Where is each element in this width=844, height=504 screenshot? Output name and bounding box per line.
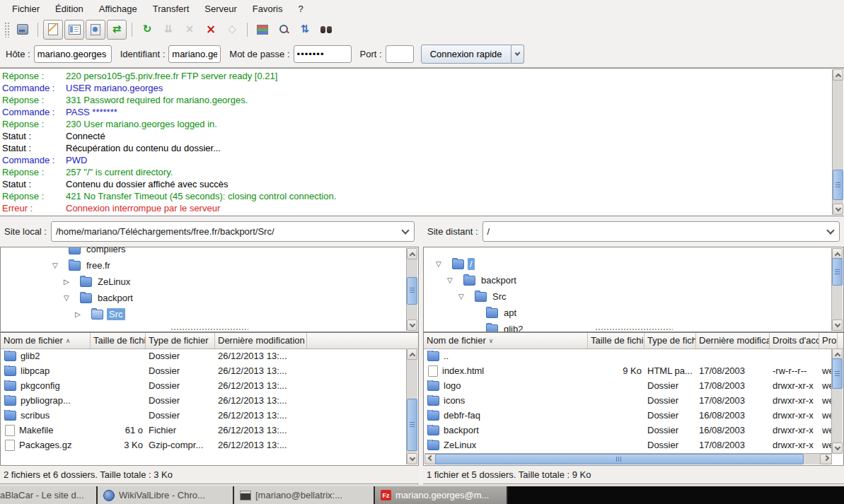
local-list-scrollbar[interactable] bbox=[406, 348, 417, 464]
file-row[interactable]: .. bbox=[424, 348, 832, 363]
sync-browse-icon[interactable]: ⇅ bbox=[295, 20, 315, 40]
column-header-4[interactable]: Dernière modification bbox=[696, 333, 770, 348]
file-row[interactable]: debfr-faqDossier16/08/2003drwxr-xr-xwe bbox=[424, 408, 832, 423]
tree-expander-icon[interactable]: ▽ bbox=[64, 294, 80, 302]
search-icon[interactable] bbox=[316, 20, 336, 40]
column-header-3[interactable]: Type de fichier bbox=[644, 333, 696, 348]
menu-fichier[interactable]: Fichier bbox=[4, 0, 47, 18]
file-row[interactable]: iconsDossier17/08/2003drwxr-xr-xwe bbox=[424, 393, 832, 408]
column-header-2[interactable]: Taille de fichier bbox=[588, 333, 644, 348]
taskbar-item[interactable]: WikiValLibre - Chro... bbox=[98, 486, 234, 504]
tree-item[interactable]: ▷Src bbox=[1, 306, 407, 322]
taskbar-item[interactable]: [mariano@bellatrix:... bbox=[234, 486, 375, 504]
remote-list-hscrollbar[interactable] bbox=[424, 453, 832, 464]
tree-item[interactable]: ▽/ bbox=[424, 256, 832, 272]
file-row[interactable]: libpcapDossier26/12/2013 13:... bbox=[1, 363, 407, 378]
scroll-track[interactable] bbox=[435, 454, 821, 464]
scroll-thumb[interactable] bbox=[833, 170, 843, 200]
scroll-down-button[interactable] bbox=[407, 320, 417, 331]
file-row[interactable]: pybliograp...Dossier26/12/2013 13:... bbox=[1, 393, 407, 408]
column-header-6[interactable]: Propriétaire / Groupe bbox=[819, 333, 838, 348]
splitter-grip[interactable] bbox=[595, 328, 673, 331]
scroll-track[interactable] bbox=[832, 358, 843, 444]
toggle-local-tree-icon[interactable] bbox=[64, 20, 84, 40]
toolbar-grip[interactable] bbox=[4, 22, 9, 37]
tree-item[interactable]: ▽backport bbox=[424, 272, 832, 288]
disconnect-icon[interactable]: × bbox=[201, 20, 221, 40]
taskbar-item[interactable]: aBlaCar - Le site d... bbox=[0, 486, 98, 504]
scroll-down-button[interactable] bbox=[832, 320, 843, 331]
file-row[interactable]: index.html9 KoHTML pa...17/08/2003-rw-r-… bbox=[424, 363, 832, 378]
local-tree-scrollbar[interactable] bbox=[406, 248, 417, 331]
toggle-log-icon[interactable] bbox=[43, 20, 63, 40]
scroll-thumb[interactable] bbox=[435, 454, 804, 464]
tree-expander-icon[interactable]: ▽ bbox=[447, 276, 463, 284]
column-header-label: Nom de fichier bbox=[4, 333, 63, 348]
column-header-5[interactable]: Droits d'accès bbox=[770, 333, 819, 348]
tree-expander-icon[interactable]: ▷ bbox=[64, 278, 80, 286]
quickconnect-dropdown-button[interactable] bbox=[511, 45, 524, 64]
splitter-grip[interactable] bbox=[170, 328, 248, 331]
tree-expander-icon[interactable]: ▽ bbox=[458, 293, 475, 300]
column-header-4[interactable]: Dernière modification bbox=[215, 333, 307, 348]
refresh-icon[interactable]: ↻ bbox=[137, 20, 157, 40]
combo-dropdown-button[interactable] bbox=[397, 222, 414, 241]
file-row[interactable]: scribusDossier26/12/2013 13:... bbox=[1, 408, 407, 423]
taskbar-item[interactable]: Fzmariano.georges@m... bbox=[375, 486, 508, 504]
file-row[interactable]: Makefile61 oFichier26/12/2013 13:... bbox=[1, 423, 407, 438]
scroll-track[interactable] bbox=[833, 79, 843, 205]
tree-item[interactable]: compilers bbox=[1, 247, 407, 257]
local-path-combo[interactable]: /home/mariano/Téléchargements/free.fr/ba… bbox=[51, 221, 415, 242]
tree-item[interactable]: ▽Src bbox=[424, 288, 832, 305]
scroll-right-button[interactable] bbox=[820, 454, 832, 464]
remote-list-scrollbar[interactable] bbox=[831, 348, 843, 454]
tree-item[interactable]: ▽free.fr bbox=[1, 257, 407, 274]
file-row[interactable]: glib2Dossier26/12/2013 13:... bbox=[1, 348, 407, 363]
remote-tree-scrollbar[interactable] bbox=[831, 248, 843, 331]
scroll-track[interactable] bbox=[407, 358, 417, 455]
column-header-3[interactable]: Type de fichier bbox=[146, 333, 215, 348]
menu-favoris[interactable]: Favoris bbox=[245, 0, 291, 18]
tree-expander-icon[interactable]: ▽ bbox=[436, 260, 452, 268]
column-header-2[interactable]: Taille de fichier bbox=[91, 333, 146, 348]
toggle-queue-icon[interactable]: ⇄ bbox=[107, 20, 127, 40]
tree-item[interactable]: ▽backport bbox=[1, 290, 407, 306]
combo-dropdown-button[interactable] bbox=[822, 222, 839, 241]
log-scrollbar[interactable] bbox=[832, 69, 843, 215]
menu-aide[interactable]: ? bbox=[290, 0, 311, 18]
menu-transfert[interactable]: Transfert bbox=[145, 0, 197, 18]
scroll-thumb[interactable] bbox=[832, 258, 843, 286]
file-row[interactable]: pkgconfigDossier26/12/2013 13:... bbox=[1, 378, 407, 393]
scroll-down-button[interactable] bbox=[833, 204, 843, 215]
menu-serveur[interactable]: Serveur bbox=[197, 0, 245, 18]
toggle-remote-tree-icon[interactable] bbox=[86, 20, 105, 40]
tree-item[interactable]: apt bbox=[424, 305, 832, 321]
scroll-thumb[interactable] bbox=[407, 399, 417, 451]
scroll-track[interactable] bbox=[832, 258, 843, 321]
password-input[interactable] bbox=[294, 45, 352, 63]
tree-expander-icon[interactable]: ▷ bbox=[75, 310, 91, 318]
scroll-track[interactable] bbox=[407, 258, 417, 321]
scroll-down-button[interactable] bbox=[832, 443, 843, 454]
username-input[interactable] bbox=[168, 45, 221, 63]
remote-path-combo[interactable]: / bbox=[482, 221, 840, 242]
scroll-thumb[interactable] bbox=[407, 277, 417, 305]
compare-icon[interactable] bbox=[274, 20, 294, 40]
host-input[interactable] bbox=[34, 45, 112, 63]
tree-item[interactable]: ▷ZeLinux bbox=[1, 274, 407, 290]
menu-affichage[interactable]: Affichage bbox=[91, 0, 145, 18]
file-row[interactable]: ZeLinuxDossier17/08/2003drwxr-xr-xwe bbox=[424, 438, 832, 452]
file-row[interactable]: backportDossier16/08/2003drwxr-xr-xwe bbox=[424, 423, 832, 438]
column-header-1[interactable]: Nom de fichier∧ bbox=[1, 333, 91, 348]
file-row[interactable]: Packages.gz3 KoGzip-compr...26/12/2013 1… bbox=[1, 438, 407, 452]
tree-expander-icon[interactable]: ▽ bbox=[52, 262, 69, 269]
port-input[interactable] bbox=[386, 45, 414, 63]
scroll-down-button[interactable] bbox=[407, 453, 417, 464]
site-manager-icon[interactable] bbox=[13, 20, 33, 40]
file-row[interactable]: logoDossier17/08/2003drwxr-xr-xwe bbox=[424, 378, 832, 393]
column-header-1[interactable]: Nom de fichier∨ bbox=[424, 333, 588, 348]
menu-edition[interactable]: Édition bbox=[47, 0, 91, 18]
scroll-thumb[interactable] bbox=[832, 358, 843, 389]
quickconnect-button[interactable]: Connexion rapide bbox=[421, 45, 511, 64]
filter-icon[interactable] bbox=[253, 20, 272, 40]
